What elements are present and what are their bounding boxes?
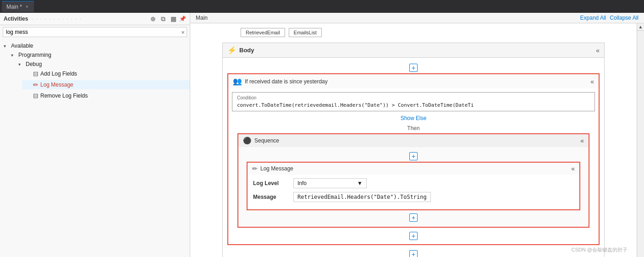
add-after-if-button[interactable]: +	[409, 250, 418, 257]
sequence-block: ⚫ Sequence « +	[237, 133, 589, 228]
sidebar-title: Activities	[4, 16, 28, 22]
list-item[interactable]: ⊟ Remove Log Fields	[22, 90, 190, 101]
condition-value: convert.ToDateTime(retrievedemail.Header…	[237, 102, 590, 108]
list-item[interactable]: ⊟ Add Log Fields	[22, 68, 190, 79]
filter-button[interactable]: ▦	[169, 15, 177, 23]
if-icon: 👥	[233, 77, 242, 86]
workflow-canvas: RetrievedEmail EmailsList ⚡ Body «	[190, 23, 637, 257]
body-icon: ⚡	[227, 46, 237, 55]
log-message-icon: ✏	[252, 165, 258, 172]
search-input[interactable]	[3, 27, 179, 37]
new-button[interactable]: ⊕	[149, 15, 157, 23]
vertical-scrollbar[interactable]: ▲	[637, 23, 644, 257]
breadcrumb: Main	[196, 15, 208, 21]
dropdown-arrow-icon: ▼	[357, 180, 363, 186]
log-message-title: Log Message	[260, 165, 293, 172]
collapse-if-button[interactable]: «	[590, 78, 594, 85]
message-input[interactable]: RetrievedEmail.Headers("Date").ToString	[293, 192, 431, 202]
available-group: ▾ Available ▾ Programming	[0, 41, 190, 104]
add-log-fields-icon: ⊟	[33, 70, 39, 77]
add-activity-button[interactable]: +	[409, 64, 418, 72]
condition-box[interactable]: Condition convert.ToDateTime(retrievedem…	[232, 92, 595, 111]
variable-chip[interactable]: EmailsList	[289, 28, 322, 37]
arrow-icon: ▾	[4, 44, 9, 49]
programming-label[interactable]: ▾ Programming	[7, 51, 190, 59]
variable-chip[interactable]: RetrievedEmail	[241, 28, 285, 37]
expand-all-button[interactable]: Expand All	[580, 15, 606, 21]
main-tab[interactable]: Main * ×	[2, 1, 34, 12]
copy-button[interactable]: ⧉	[159, 15, 167, 23]
list-item[interactable]: ✏ Log Message	[22, 79, 190, 90]
watermark: CSDN @会敲键盘的肘子	[572, 246, 627, 253]
activity-tree: ▾ Available ▾ Programming	[0, 39, 190, 257]
message-label: Message	[253, 194, 290, 200]
add-after-sequence-button[interactable]: +	[409, 232, 418, 240]
sequence-title: Sequence	[254, 137, 279, 144]
if-title: If received date is since yesterday	[245, 78, 328, 85]
clear-search-button[interactable]: ×	[179, 28, 187, 37]
log-level-label: Log Level	[253, 180, 290, 186]
sequence-icon: ⚫	[243, 137, 252, 145]
collapse-log-button[interactable]: «	[571, 165, 575, 172]
body-title: Body	[239, 47, 254, 54]
add-in-sequence-button[interactable]: +	[409, 152, 418, 160]
dotted-line: · · · · · · · · · · · ·	[32, 16, 82, 22]
then-label: Then	[228, 125, 599, 131]
arrow-icon: ▾	[11, 53, 17, 58]
log-level-value: Info	[297, 180, 307, 186]
debug-group: ▾ Debug ⊟ Add Log Fields	[15, 59, 190, 102]
message-value: RetrievedEmail.Headers("Date").ToString	[297, 194, 427, 200]
debug-label[interactable]: ▾ Debug	[15, 60, 190, 68]
condition-label: Condition	[237, 95, 590, 100]
pin-icon: 📌	[179, 16, 186, 22]
tab-label: Main *	[6, 4, 22, 10]
collapse-body-button[interactable]: «	[596, 47, 600, 54]
log-level-dropdown[interactable]: Info ▼	[293, 178, 367, 188]
if-block: 👥 If received date is since yesterday « …	[227, 73, 600, 245]
add-after-log-button[interactable]: +	[409, 213, 418, 222]
show-else-link[interactable]: Show Else	[228, 115, 599, 121]
arrow-icon: ▾	[18, 62, 24, 67]
log-message-block: ✏ Log Message «	[247, 162, 580, 210]
scroll-up-button[interactable]: ▲	[637, 23, 644, 31]
remove-log-fields-icon: ⊟	[33, 92, 39, 99]
collapse-all-button[interactable]: Collapse All	[610, 15, 638, 21]
available-label[interactable]: ▾ Available	[0, 42, 190, 50]
tab-close-button[interactable]: ×	[25, 4, 29, 10]
log-message-icon: ✏	[33, 81, 39, 88]
collapse-sequence-button[interactable]: «	[580, 137, 584, 144]
programming-group: ▾ Programming ▾ Debug	[7, 50, 190, 103]
